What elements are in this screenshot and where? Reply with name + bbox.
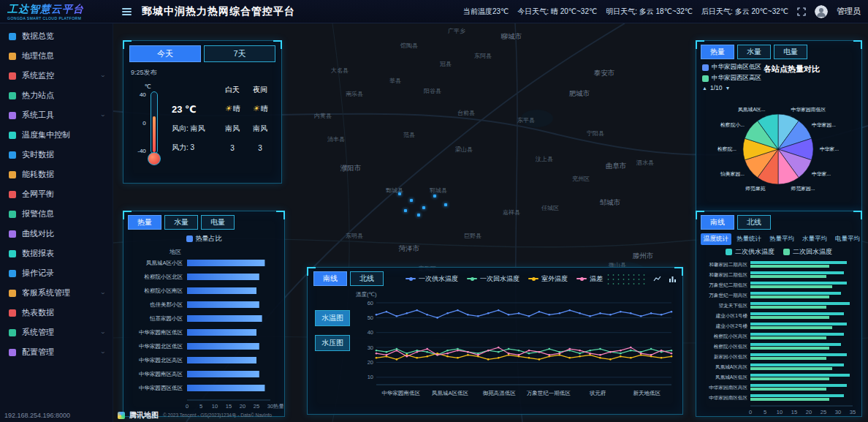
- tab-south-line[interactable]: 南线: [701, 215, 734, 230]
- station-marker[interactable]: [404, 209, 407, 212]
- svg-text:中华家园...: 中华家园...: [812, 122, 836, 128]
- fullscreen-icon[interactable]: [797, 7, 806, 16]
- sidebar-item-16[interactable]: 系统管理›: [0, 323, 113, 342]
- tab-water[interactable]: 水量: [737, 45, 771, 59]
- map-area[interactable]: 广平乡馆陶县聊城市冠县东阿县大名县莘县阳谷县泰安市肥城市南乐县内黄县清丰县范县台…: [113, 23, 868, 422]
- tab-south-line[interactable]: 南线: [313, 271, 347, 286]
- station-marker[interactable]: [444, 203, 447, 206]
- subtab-temp-stat[interactable]: 温度统计: [701, 233, 731, 245]
- tab-heat[interactable]: 热量: [701, 45, 734, 59]
- sidebar-item-13[interactable]: 操作记录: [0, 263, 113, 283]
- map-label: 兖州区: [572, 175, 590, 183]
- map-label: 大名县: [331, 67, 349, 75]
- sidebar-item-14[interactable]: 客服系统管理›: [0, 283, 113, 303]
- night-wind-power: 3: [246, 144, 274, 152]
- legend-item[interactable]: 二次供水温度: [726, 247, 774, 257]
- sidebar-item-15[interactable]: 热表数据: [0, 303, 113, 323]
- station-marker[interactable]: [422, 206, 425, 209]
- water-temp-button[interactable]: 水温图: [315, 310, 350, 326]
- sidebar-item-6[interactable]: 温度集中控制: [0, 125, 113, 145]
- sidebar-item-2[interactable]: 地理信息: [0, 46, 113, 66]
- legend-item[interactable]: 一次回水温度: [467, 274, 519, 284]
- svg-text:师范馨苑: 师范馨苑: [745, 186, 765, 192]
- chevron-down-icon: ›: [99, 114, 107, 116]
- svg-text:35: 35: [850, 409, 856, 415]
- weather-tabs: 今天 7天: [123, 41, 281, 67]
- svg-text:恒基家园小区: 恒基家园小区: [149, 315, 183, 322]
- water-pressure-button[interactable]: 水压图: [315, 335, 350, 351]
- tab-water[interactable]: 水量: [164, 215, 198, 230]
- sidebar-item-7[interactable]: 实时数据: [0, 145, 113, 165]
- map-label: 阳谷县: [424, 87, 441, 95]
- subtab-heat-avg[interactable]: 热量平均: [766, 233, 797, 245]
- subtab-heat-stat[interactable]: 热量统计: [734, 233, 764, 245]
- thermometer-scale: 40 0 -40: [137, 91, 146, 154]
- station-marker[interactable]: [410, 199, 413, 202]
- legend-label: 一次供水温度: [419, 274, 458, 284]
- station-marker[interactable]: [433, 195, 436, 197]
- tab-north-line[interactable]: 北线: [737, 215, 771, 230]
- subtab-electric-avg[interactable]: 电量平均: [832, 233, 863, 245]
- network-balance-icon: [9, 191, 16, 198]
- svg-text:热量GJ: 热量GJ: [273, 403, 283, 410]
- subtab-water-avg[interactable]: 水量平均: [799, 233, 830, 245]
- legend-item[interactable]: 中华家园西区高区: [702, 74, 761, 83]
- legend-item[interactable]: 室外温度: [528, 274, 568, 284]
- legend-item[interactable]: 中华家园南区低区: [702, 63, 761, 72]
- avatar[interactable]: [815, 5, 828, 18]
- sidebar-item-label: 客服系统管理: [22, 287, 70, 298]
- sidebar-item-10[interactable]: 报警信息: [0, 204, 113, 224]
- map-label: 泰安市: [594, 69, 615, 78]
- tab-north-line[interactable]: 北线: [350, 271, 384, 286]
- map-label: 菏泽市: [399, 244, 420, 254]
- sidebar-item-12[interactable]: 数据报表: [0, 244, 113, 263]
- sidebar-item-1[interactable]: 数据总览: [0, 26, 113, 46]
- tab-heat[interactable]: 热量: [128, 215, 161, 230]
- sidebar-item-17[interactable]: 配置管理›: [0, 342, 113, 362]
- temp-control-icon: [9, 132, 16, 139]
- sidebar-item-8[interactable]: 能耗数据: [0, 165, 113, 184]
- sidebar-item-5[interactable]: 系统工具›: [0, 105, 113, 125]
- logo-text: 工达智慧云平台: [7, 3, 113, 16]
- right-legend: 二次供水温度二次回水温度: [696, 246, 861, 257]
- tab-7days[interactable]: 7天: [204, 45, 275, 62]
- username: 管理员: [837, 6, 861, 17]
- svg-text:25: 25: [254, 403, 259, 410]
- tencent-map-logo: 腾讯地图: [129, 410, 159, 421]
- page-indicator: 1/10: [710, 84, 723, 91]
- station-marker[interactable]: [398, 192, 401, 195]
- tab-electric[interactable]: 电量: [774, 45, 807, 59]
- svg-text:检察院...: 检察院...: [717, 146, 736, 152]
- sun-icon: ☀: [224, 104, 232, 113]
- pie-pager: ▲ 1/10 ▼: [702, 84, 856, 91]
- svg-text:中华家园南低区: 中华家园南低区: [791, 107, 826, 113]
- thermometer-block: ℃ 40 0 -40: [131, 83, 164, 154]
- day-condition: 晴: [233, 105, 240, 113]
- map-label: 莘县: [389, 77, 401, 85]
- server-ip: 192.168.254.196:8000: [0, 409, 113, 422]
- menu-toggle-icon[interactable]: [122, 7, 132, 17]
- page-up-icon[interactable]: ▲: [702, 86, 707, 91]
- legend-item[interactable]: 热量占比: [186, 234, 222, 244]
- legend-item[interactable]: 温差: [576, 274, 603, 284]
- bar-chart-icon[interactable]: [669, 275, 677, 283]
- map-label: 宁阳县: [587, 129, 604, 137]
- sidebar-item-label: 全网平衡: [22, 189, 54, 200]
- tab-electric[interactable]: 电量: [201, 215, 235, 230]
- sidebar-item-9[interactable]: 全网平衡: [0, 184, 113, 204]
- svg-text:检察院小区南区: 检察院小区南区: [144, 287, 183, 294]
- sidebar-item-4[interactable]: 热力站点: [0, 86, 113, 105]
- station-marker[interactable]: [417, 214, 420, 216]
- sidebar-item-3[interactable]: 系统监控›: [0, 66, 113, 86]
- legend-item[interactable]: 一次供水温度: [406, 274, 458, 284]
- sidebar-item-label: 操作记录: [22, 268, 54, 279]
- weather-panel: 今天 7天 9:25发布 ℃ 40 0 -40: [123, 40, 282, 184]
- sidebar-item-11[interactable]: 曲线对比: [0, 224, 113, 244]
- map-label: 汶上县: [536, 155, 553, 163]
- line-chart-icon[interactable]: [653, 275, 661, 283]
- data-report-icon: [9, 250, 16, 257]
- page-down-icon[interactable]: ▼: [725, 86, 730, 91]
- tab-today[interactable]: 今天: [129, 45, 201, 62]
- svg-text:也佳美郡小区: 也佳美郡小区: [150, 301, 183, 308]
- legend-item[interactable]: 二次回水温度: [783, 247, 832, 257]
